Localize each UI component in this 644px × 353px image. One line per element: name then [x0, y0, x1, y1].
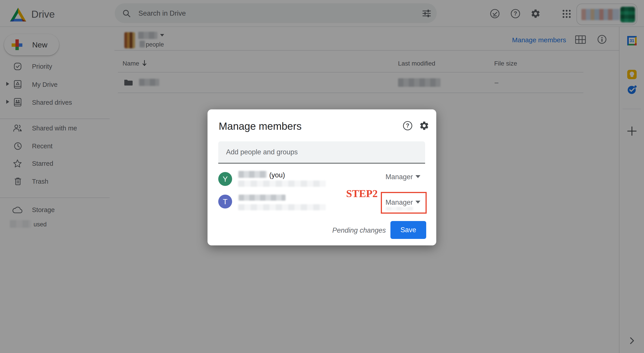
dialog-title: Manage members [219, 120, 302, 132]
member-role-dropdown[interactable]: Manager [386, 173, 411, 181]
help-icon[interactable]: ? [402, 121, 413, 131]
step2-annotation-box [381, 192, 427, 214]
annotation-inner-blur [386, 207, 413, 210]
svg-text:?: ? [406, 122, 409, 129]
add-people-field[interactable] [218, 141, 425, 164]
member-email-blur [238, 181, 326, 187]
member-email-blur [238, 204, 326, 210]
avatar-initial: T [223, 197, 228, 206]
member-avatar: Y [218, 172, 232, 186]
step2-annotation-label: STEP2 [346, 187, 378, 200]
pending-changes-label: Pending changes [332, 226, 386, 234]
member-row: Y (you) Manager [208, 170, 436, 190]
role-dropdown-arrow-icon[interactable] [416, 175, 420, 178]
save-button-label: Save [400, 226, 416, 234]
add-people-input[interactable] [226, 141, 419, 163]
member-avatar: T [218, 195, 232, 208]
member-name-blur [238, 171, 267, 178]
member-you-suffix: (you) [269, 171, 285, 179]
avatar-initial: Y [223, 175, 228, 183]
save-button[interactable]: Save [390, 221, 426, 239]
member-name-blur [238, 195, 286, 201]
settings-gear-icon[interactable] [419, 121, 429, 131]
